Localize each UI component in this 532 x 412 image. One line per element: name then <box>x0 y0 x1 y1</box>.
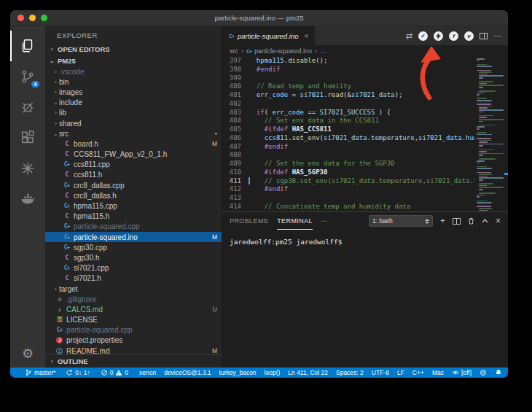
outline-section[interactable]: › OUTLINE <box>45 354 222 368</box>
terminal-content[interactable]: jaredwolff:pm25 jaredwolff$ <box>222 230 508 368</box>
tree-file-sgp30.h[interactable]: Csgp30.h <box>45 252 222 263</box>
terminal-shell-select[interactable]: 1: bash <box>369 215 433 227</box>
code-line-407[interactable]: #endif <box>249 143 474 152</box>
code-line-410[interactable]: #ifdef HAS_SGP30 <box>249 168 474 177</box>
code-lines[interactable]: hpma115.disable(); #endif // Read temp a… <box>246 57 474 211</box>
code-line-404[interactable]: // Set env data in the CCS811 <box>249 117 474 125</box>
tree-file-particle-squared.ino[interactable]: C+particle-squared.inoM <box>45 232 222 242</box>
status-master[interactable]: master* <box>25 369 55 376</box>
tree-folder-target[interactable]: ›target <box>45 284 222 294</box>
code-line-401[interactable]: err_code = si7021.read(&si7021_data); <box>249 91 474 100</box>
maximize-panel-icon[interactable] <box>482 219 488 223</box>
tab-close-icon[interactable]: × <box>304 32 308 40</box>
code-line-408[interactable] <box>249 151 474 160</box>
code-line-414[interactable]: // Concatinate temp and humidity data <box>249 203 474 211</box>
breadcrumb-folder[interactable]: src <box>230 47 238 55</box>
particle-workbench-icon[interactable] <box>10 153 45 184</box>
code-line-405[interactable]: #ifdef HAS_CCS811 <box>249 125 474 134</box>
status-0-1[interactable]: 0↓ 1↑ <box>66 369 90 376</box>
tree-file-hpma115.h[interactable]: Chpma115.h <box>45 211 222 222</box>
docker-icon[interactable] <box>10 184 45 214</box>
code-line-400[interactable]: // Read temp and humiity <box>249 82 474 91</box>
tree-folder-.vscode[interactable]: ›.vscode <box>45 66 222 77</box>
status-ln-411-col-22[interactable]: Ln 411, Col 22 <box>288 369 328 376</box>
minimap[interactable] <box>474 57 508 211</box>
close-panel-icon[interactable]: × <box>496 216 501 226</box>
tree-folder-src[interactable]: ⌄src● <box>45 128 222 139</box>
status-spaces-2[interactable]: Spaces: 2 <box>336 369 364 376</box>
source-control-icon[interactable]: 4 <box>10 61 45 92</box>
open-editors-section[interactable]: › OPEN EDITORS <box>45 43 222 55</box>
status-deviceos-1-3-1[interactable]: deviceOS@1.3.1 <box>164 369 211 376</box>
status-off[interactable]: [off] <box>452 369 472 376</box>
split-editor-icon[interactable] <box>480 33 488 39</box>
status-smiley-icon[interactable] <box>480 369 487 376</box>
kill-terminal-icon[interactable] <box>468 217 474 225</box>
tree-file-particle-squared.cpp[interactable]: C+particle-squared.cpp <box>45 325 222 335</box>
code-line-397[interactable]: hpma115.disable(); <box>249 57 474 66</box>
status-lf[interactable]: LF <box>397 369 404 376</box>
tree-folder-images[interactable]: ›images <box>45 87 222 97</box>
zoom-window-button[interactable] <box>41 15 47 21</box>
tree-file-si7021.h[interactable]: Csi7021.h <box>45 273 222 284</box>
tree-file-crc8_dallas.cpp[interactable]: C+crc8_dallas.cpp <box>45 180 222 190</box>
tree-file-board.h[interactable]: Cboard.hM <box>45 139 222 149</box>
code-line-411[interactable]: // sgp30.set_env(si7021_data.temperature… <box>249 177 474 186</box>
code-line-406[interactable]: ccs811.set_env(si7021_data.temperature,s… <box>249 134 474 143</box>
panel-more-icon[interactable]: ⋯ <box>321 212 328 230</box>
debug-icon[interactable] <box>10 92 45 123</box>
code-line-399[interactable] <box>249 74 474 83</box>
tree-file-README.md[interactable]: iREADME.mdM <box>45 346 222 354</box>
code-line-403[interactable]: if( err_code == SI7021_SUCCESS ) { <box>249 109 474 117</box>
status-0[interactable]: 00 <box>101 369 128 376</box>
code-editor[interactable]: 3973983994004014024034044054064074084094… <box>222 57 508 211</box>
status-bell-icon[interactable] <box>495 369 502 376</box>
status-xenon[interactable]: xenon <box>139 369 156 376</box>
tree-file-CCS811_FW_App_v2_0_1.h[interactable]: CCCS811_FW_App_v2_0_1.h <box>45 149 222 160</box>
tree-file-sgp30.cpp[interactable]: C+sgp30.cpp <box>45 242 222 252</box>
tree-folder-include[interactable]: ⌄include <box>45 98 222 108</box>
tree-file-hpma115.cpp[interactable]: C+hpma115.cpp <box>45 201 222 211</box>
close-window-button[interactable] <box>17 15 24 21</box>
new-terminal-icon[interactable]: + <box>440 216 445 226</box>
code-line-398[interactable]: #endif <box>249 66 474 74</box>
particle-compile-icon[interactable]: ✓ <box>418 31 428 41</box>
code-line-409[interactable]: // Set the env data for the SGP30 <box>249 160 474 168</box>
extensions-icon[interactable] <box>10 123 45 153</box>
tree-file-LICENSE[interactable]: ⚿LICENSE <box>45 315 222 325</box>
tree-file-si7021.cpp[interactable]: C+si7021.cpp <box>45 263 222 273</box>
status-mac[interactable]: Mac <box>432 369 444 376</box>
tree-file-particle-squared.cpp[interactable]: C+particle-squared.cpp <box>45 222 222 232</box>
tree-folder-lib[interactable]: ›lib <box>45 108 222 118</box>
tab-terminal[interactable]: TERMINAL <box>277 212 313 230</box>
breadcrumb-file[interactable]: particle-squared.ino <box>254 47 312 55</box>
status-turkey-bacon[interactable]: turkey_bacon <box>219 369 257 376</box>
tree-folder-shared[interactable]: ›shared <box>45 118 222 128</box>
tree-file-ccs811.cpp[interactable]: C+ccs811.cpp <box>45 160 222 170</box>
code-line-402[interactable] <box>249 100 474 109</box>
more-actions-icon[interactable]: ⋯ <box>493 31 501 41</box>
split-terminal-icon[interactable] <box>453 218 461 225</box>
code-line-412[interactable]: #endif <box>249 185 474 194</box>
project-section[interactable]: ⌄ PM25 <box>45 55 222 66</box>
tree-file-.gitignore[interactable]: ◇.gitignore <box>45 294 222 304</box>
tree-file-ccs811.h[interactable]: Cccs811.h <box>45 170 222 180</box>
status-c[interactable]: C++ <box>412 369 424 376</box>
particle-cloud-flash-icon[interactable]: f <box>449 31 458 41</box>
tab-particle-squared-ino[interactable]: C+ particle-squared.ino × <box>222 26 315 45</box>
code-line-413[interactable] <box>249 194 474 203</box>
tree-file-crc8_dallas.h[interactable]: Ccrc8_dallas.h <box>45 190 222 201</box>
tree-file-CALCS.md[interactable]: ↓CALCS.mdU <box>45 304 222 314</box>
explorer-icon[interactable] <box>10 31 45 61</box>
breadcrumb-symbol[interactable]: … <box>320 47 326 55</box>
tree-file-project.properties[interactable]: Jproject.properties <box>45 335 222 346</box>
settings-gear-icon[interactable]: ⚙ <box>22 346 34 362</box>
particle-flash-icon[interactable] <box>434 31 443 41</box>
status-loop[interactable]: loop() <box>265 369 281 376</box>
status-utf-8[interactable]: UTF-8 <box>372 369 389 376</box>
minimize-window-button[interactable] <box>29 15 36 21</box>
tab-problems[interactable]: PROBLEMS <box>230 212 268 230</box>
particle-cloud-compile-icon[interactable]: v <box>464 31 474 41</box>
tree-folder-bin[interactable]: ›bin <box>45 77 222 87</box>
open-changes-icon[interactable]: ⇄ <box>406 31 412 41</box>
